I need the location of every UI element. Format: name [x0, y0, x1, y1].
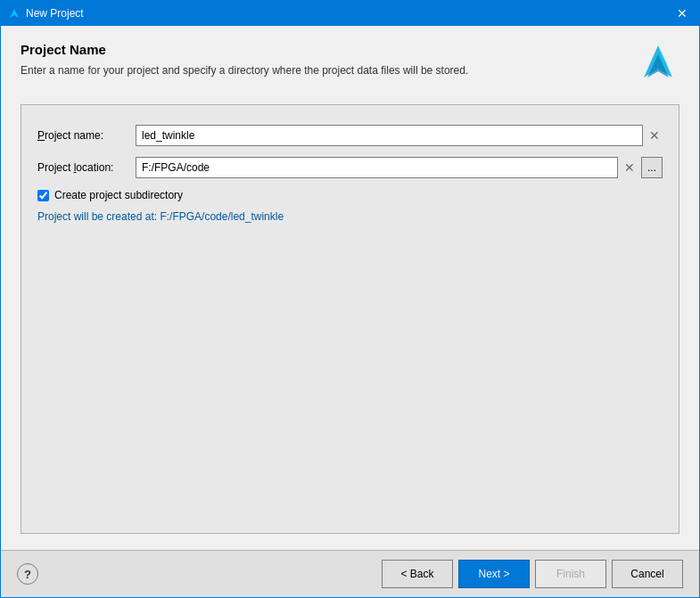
project-location-input[interactable]	[136, 157, 618, 178]
project-name-label: Project name:	[37, 129, 136, 142]
cancel-button[interactable]: Cancel	[612, 560, 683, 588]
back-button[interactable]: < Back	[382, 560, 453, 588]
browse-button[interactable]: ...	[641, 157, 663, 178]
finish-button[interactable]: Finish	[535, 560, 606, 588]
close-button[interactable]: ✕	[672, 4, 692, 23]
next-button[interactable]: Next >	[458, 560, 530, 588]
main-content: Project Name Enter a name for your proje…	[1, 26, 699, 550]
page-description: Enter a name for your project and specif…	[21, 62, 637, 78]
project-name-input[interactable]	[136, 125, 643, 146]
bottom-bar: ? < Back Next > Finish Cancel	[1, 550, 699, 597]
project-location-row: Project location: ✕ ...	[37, 157, 663, 178]
svg-marker-0	[10, 9, 19, 18]
project-path-info: Project will be created at: F:/FPGA/code…	[37, 210, 663, 223]
product-logo	[637, 42, 679, 85]
title-bar: New Project ✕	[1, 1, 699, 26]
form-area: Project name: ✕ Project location: ✕ ...	[21, 104, 679, 534]
help-button[interactable]: ?	[17, 563, 38, 585]
create-subdirectory-row: Create project subdirectory	[37, 189, 663, 201]
create-subdirectory-label[interactable]: Create project subdirectory	[54, 189, 183, 201]
page-header: Project Name Enter a name for your proje…	[21, 42, 679, 85]
app-icon	[8, 7, 21, 20]
project-location-clear-button[interactable]: ✕	[622, 160, 638, 176]
page-title: Project Name	[21, 42, 637, 57]
window-title: New Project	[26, 7, 84, 20]
create-subdirectory-checkbox[interactable]	[37, 190, 49, 201]
project-location-label: Project location:	[37, 161, 136, 174]
new-project-window: New Project ✕ Project Name Enter a name …	[0, 0, 700, 598]
project-name-clear-button[interactable]: ✕	[646, 127, 663, 143]
project-name-row: Project name: ✕	[37, 125, 663, 146]
